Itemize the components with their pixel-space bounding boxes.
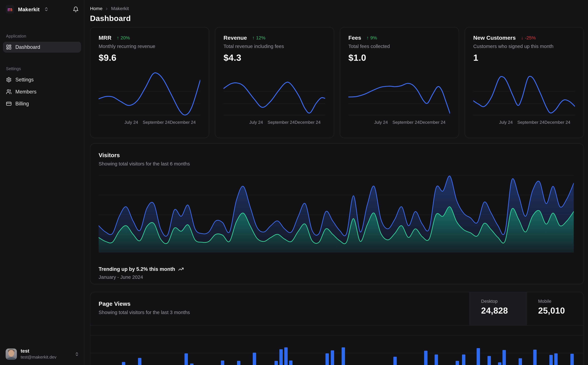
- workspace-name: Makerkit: [18, 6, 40, 12]
- breadcrumb-current: Makerkit: [111, 6, 129, 11]
- trending-up-icon: [178, 266, 184, 272]
- section-gap: [3, 54, 81, 66]
- user-menu[interactable]: test test@makerkit.dev: [0, 344, 84, 365]
- sidebar-item-label: Dashboard: [15, 44, 40, 50]
- sidebar-section-label: Settings: [3, 66, 81, 71]
- stat-trend-badge: ↑ 12%: [252, 35, 265, 40]
- bar: [424, 351, 427, 365]
- stat-card-new-customers: New Customers ↓ -25% Customers who signe…: [465, 27, 584, 138]
- bell-icon[interactable]: [73, 6, 79, 12]
- logo-letter: m: [7, 7, 12, 12]
- stat-card-mrr: MRR ↑ 20% Monthly recurring revenue $9.6…: [90, 27, 209, 138]
- gridline: [90, 353, 583, 353]
- bar: [342, 347, 345, 365]
- visitors-card: Visitors Showing total visitors for the …: [90, 143, 584, 284]
- gridline: [90, 335, 583, 335]
- page-views-toggles: Desktop 24,828 Mobile 25,010: [470, 292, 583, 325]
- stat-card-value: $4.3: [223, 52, 325, 63]
- stat-trend-badge: ↑ 20%: [117, 35, 130, 40]
- bar: [462, 355, 465, 365]
- stat-sparkline-chart[interactable]: [99, 70, 201, 117]
- stat-card-description: Total revenue including fees: [223, 43, 325, 49]
- visitors-trend-text: Trending up by 5.2% this month: [99, 266, 175, 272]
- stat-change-value: 9%: [370, 35, 377, 40]
- sidebar-item-settings[interactable]: Settings: [3, 74, 81, 85]
- visitors-footer: Trending up by 5.2% this month January -…: [99, 266, 184, 280]
- visitors-area-chart[interactable]: [99, 174, 574, 253]
- toggle-value: 24,828: [481, 306, 523, 316]
- stat-card-title: New Customers: [473, 35, 516, 41]
- dashboard-icon: [6, 44, 12, 50]
- x-tick-label: July 24: [499, 120, 513, 125]
- stat-card-head: MRR ↑ 20%: [99, 35, 201, 41]
- x-tick-label: July 24: [125, 120, 138, 125]
- main-content: Home Makerkit Dashboard MRR ↑ 20% Monthl…: [84, 0, 588, 365]
- bar: [284, 347, 288, 365]
- x-tick-label: September 24: [393, 120, 420, 125]
- bar: [279, 349, 283, 365]
- bar: [253, 353, 256, 365]
- stat-card-title: MRR: [99, 35, 111, 41]
- breadcrumb-home-link[interactable]: Home: [90, 6, 103, 11]
- x-tick-label: September 24: [143, 120, 170, 125]
- page-views-title: Page Views: [99, 301, 469, 307]
- stat-card-description: Total fees collected: [348, 43, 450, 49]
- chevron-right-icon: [105, 7, 109, 11]
- workspace-switcher[interactable]: m Makerkit: [0, 0, 84, 18]
- bar: [533, 350, 537, 365]
- stat-card-title: Revenue: [223, 35, 247, 41]
- sidebar-nav: ApplicationDashboardSettingsSettingsMemb…: [0, 34, 84, 110]
- x-tick-label: December 24: [295, 120, 321, 125]
- user-email: test@makerkit.dev: [21, 355, 56, 360]
- bar: [519, 358, 522, 365]
- sidebar-item-billing[interactable]: Billing: [3, 98, 81, 109]
- stat-sparkline-chart[interactable]: [223, 70, 325, 117]
- x-tick-label: July 24: [374, 120, 388, 125]
- stat-sparkline-chart[interactable]: [348, 70, 450, 117]
- stat-card-value: $1.0: [348, 52, 450, 63]
- toggle-label: Desktop: [481, 299, 523, 304]
- stat-change-value: 12%: [256, 35, 265, 40]
- bar: [554, 353, 558, 365]
- visitors-subtitle: Showing total visitors for the last 6 mo…: [99, 161, 575, 167]
- toggle-label: Mobile: [538, 299, 580, 304]
- toggle-value: 25,010: [538, 306, 580, 316]
- stat-card-revenue: Revenue ↑ 12% Total revenue including fe…: [215, 27, 334, 138]
- trend-arrow-icon: ↑: [252, 35, 255, 40]
- bar: [503, 350, 506, 365]
- sidebar-item-members[interactable]: Members: [3, 86, 81, 97]
- x-tick-label: September 24: [517, 120, 545, 125]
- bar: [237, 361, 240, 365]
- stat-change-value: -25%: [525, 35, 536, 40]
- toggle-mobile[interactable]: Mobile 25,010: [526, 292, 583, 325]
- visitors-title: Visitors: [99, 152, 575, 159]
- stat-x-axis: July 24September 24December 24: [99, 120, 201, 126]
- stat-trend-badge: ↓ -25%: [521, 35, 536, 40]
- chevrons-up-down-icon[interactable]: [44, 7, 48, 12]
- bar: [570, 354, 574, 365]
- sidebar: m Makerkit ApplicationDashboardSettingsS…: [0, 0, 84, 365]
- bar: [477, 348, 480, 365]
- bar: [184, 353, 188, 365]
- chevrons-up-down-icon[interactable]: [75, 352, 79, 356]
- toggle-desktop[interactable]: Desktop 24,828: [470, 292, 527, 325]
- x-tick-label: December 24: [545, 120, 570, 125]
- page-views-bar-chart[interactable]: [90, 326, 583, 365]
- user-name: test: [21, 348, 56, 354]
- sidebar-item-dashboard[interactable]: Dashboard: [3, 42, 81, 53]
- stat-x-axis: July 24September 24December 24: [348, 120, 450, 126]
- bar: [331, 351, 334, 365]
- stat-x-axis: July 24September 24December 24: [473, 120, 575, 126]
- bar: [275, 361, 278, 365]
- bar: [325, 353, 329, 365]
- page-views-subtitle: Showing total visitors for the last 3 mo…: [99, 309, 469, 315]
- bar: [549, 355, 553, 365]
- bar: [221, 360, 224, 365]
- stat-sparkline-chart[interactable]: [473, 70, 575, 117]
- stat-card-head: Revenue ↑ 12%: [223, 35, 325, 41]
- makerkit-logo: m: [6, 5, 14, 14]
- stat-trend-badge: ↑ 9%: [367, 35, 377, 40]
- bar: [122, 362, 125, 365]
- stat-card-head: New Customers ↓ -25%: [473, 35, 575, 41]
- trend-arrow-icon: ↑: [117, 35, 119, 40]
